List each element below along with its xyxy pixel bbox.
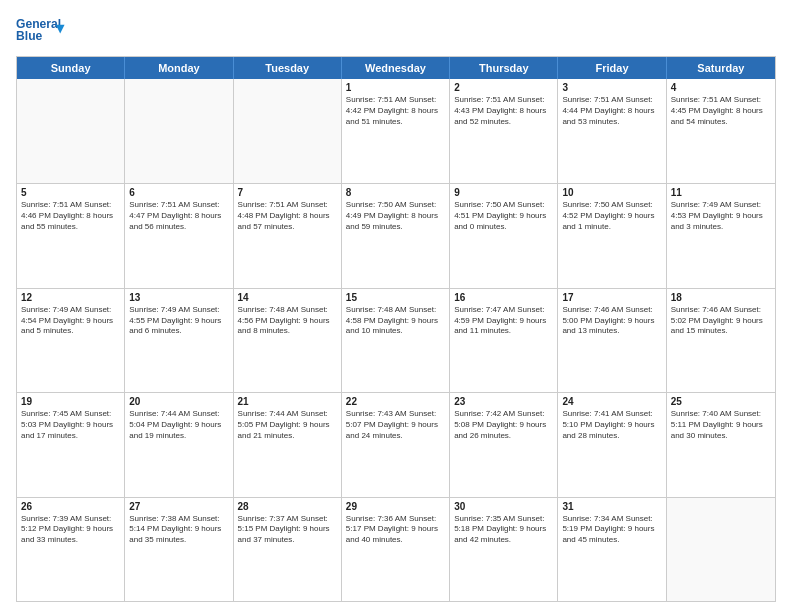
cell-info: Sunrise: 7:48 AM Sunset: 4:58 PM Dayligh… bbox=[346, 305, 445, 337]
calendar: SundayMondayTuesdayWednesdayThursdayFrid… bbox=[16, 56, 776, 602]
calendar-cell: 23Sunrise: 7:42 AM Sunset: 5:08 PM Dayli… bbox=[450, 393, 558, 496]
day-number: 14 bbox=[238, 292, 337, 303]
calendar-row: 12Sunrise: 7:49 AM Sunset: 4:54 PM Dayli… bbox=[17, 288, 775, 392]
calendar-cell: 24Sunrise: 7:41 AM Sunset: 5:10 PM Dayli… bbox=[558, 393, 666, 496]
day-number: 20 bbox=[129, 396, 228, 407]
cell-info: Sunrise: 7:51 AM Sunset: 4:45 PM Dayligh… bbox=[671, 95, 771, 127]
day-number: 17 bbox=[562, 292, 661, 303]
cell-info: Sunrise: 7:49 AM Sunset: 4:54 PM Dayligh… bbox=[21, 305, 120, 337]
cell-info: Sunrise: 7:50 AM Sunset: 4:51 PM Dayligh… bbox=[454, 200, 553, 232]
calendar-cell: 25Sunrise: 7:40 AM Sunset: 5:11 PM Dayli… bbox=[667, 393, 775, 496]
cell-info: Sunrise: 7:50 AM Sunset: 4:49 PM Dayligh… bbox=[346, 200, 445, 232]
day-number: 4 bbox=[671, 82, 771, 93]
cell-info: Sunrise: 7:42 AM Sunset: 5:08 PM Dayligh… bbox=[454, 409, 553, 441]
calendar-cell: 31Sunrise: 7:34 AM Sunset: 5:19 PM Dayli… bbox=[558, 498, 666, 601]
calendar-row: 1Sunrise: 7:51 AM Sunset: 4:42 PM Daylig… bbox=[17, 79, 775, 183]
cell-info: Sunrise: 7:51 AM Sunset: 4:47 PM Dayligh… bbox=[129, 200, 228, 232]
cell-info: Sunrise: 7:45 AM Sunset: 5:03 PM Dayligh… bbox=[21, 409, 120, 441]
cell-info: Sunrise: 7:34 AM Sunset: 5:19 PM Dayligh… bbox=[562, 514, 661, 546]
day-number: 11 bbox=[671, 187, 771, 198]
day-number: 8 bbox=[346, 187, 445, 198]
calendar-cell: 3Sunrise: 7:51 AM Sunset: 4:44 PM Daylig… bbox=[558, 79, 666, 183]
calendar-cell: 30Sunrise: 7:35 AM Sunset: 5:18 PM Dayli… bbox=[450, 498, 558, 601]
day-number: 12 bbox=[21, 292, 120, 303]
day-number: 6 bbox=[129, 187, 228, 198]
day-number: 2 bbox=[454, 82, 553, 93]
calendar-cell: 16Sunrise: 7:47 AM Sunset: 4:59 PM Dayli… bbox=[450, 289, 558, 392]
calendar-cell: 1Sunrise: 7:51 AM Sunset: 4:42 PM Daylig… bbox=[342, 79, 450, 183]
cell-info: Sunrise: 7:49 AM Sunset: 4:55 PM Dayligh… bbox=[129, 305, 228, 337]
calendar-cell: 19Sunrise: 7:45 AM Sunset: 5:03 PM Dayli… bbox=[17, 393, 125, 496]
weekday-header: Wednesday bbox=[342, 57, 450, 79]
calendar-cell: 15Sunrise: 7:48 AM Sunset: 4:58 PM Dayli… bbox=[342, 289, 450, 392]
day-number: 16 bbox=[454, 292, 553, 303]
calendar-cell: 10Sunrise: 7:50 AM Sunset: 4:52 PM Dayli… bbox=[558, 184, 666, 287]
calendar-cell: 28Sunrise: 7:37 AM Sunset: 5:15 PM Dayli… bbox=[234, 498, 342, 601]
day-number: 1 bbox=[346, 82, 445, 93]
calendar-row: 26Sunrise: 7:39 AM Sunset: 5:12 PM Dayli… bbox=[17, 497, 775, 601]
day-number: 18 bbox=[671, 292, 771, 303]
cell-info: Sunrise: 7:48 AM Sunset: 4:56 PM Dayligh… bbox=[238, 305, 337, 337]
day-number: 24 bbox=[562, 396, 661, 407]
calendar-cell: 29Sunrise: 7:36 AM Sunset: 5:17 PM Dayli… bbox=[342, 498, 450, 601]
cell-info: Sunrise: 7:50 AM Sunset: 4:52 PM Dayligh… bbox=[562, 200, 661, 232]
weekday-header: Monday bbox=[125, 57, 233, 79]
cell-info: Sunrise: 7:37 AM Sunset: 5:15 PM Dayligh… bbox=[238, 514, 337, 546]
cell-info: Sunrise: 7:51 AM Sunset: 4:48 PM Dayligh… bbox=[238, 200, 337, 232]
calendar-cell: 2Sunrise: 7:51 AM Sunset: 4:43 PM Daylig… bbox=[450, 79, 558, 183]
day-number: 10 bbox=[562, 187, 661, 198]
cell-info: Sunrise: 7:44 AM Sunset: 5:05 PM Dayligh… bbox=[238, 409, 337, 441]
day-number: 31 bbox=[562, 501, 661, 512]
calendar-cell: 4Sunrise: 7:51 AM Sunset: 4:45 PM Daylig… bbox=[667, 79, 775, 183]
calendar-cell: 21Sunrise: 7:44 AM Sunset: 5:05 PM Dayli… bbox=[234, 393, 342, 496]
day-number: 28 bbox=[238, 501, 337, 512]
calendar-cell: 6Sunrise: 7:51 AM Sunset: 4:47 PM Daylig… bbox=[125, 184, 233, 287]
cell-info: Sunrise: 7:38 AM Sunset: 5:14 PM Dayligh… bbox=[129, 514, 228, 546]
cell-info: Sunrise: 7:44 AM Sunset: 5:04 PM Dayligh… bbox=[129, 409, 228, 441]
cell-info: Sunrise: 7:49 AM Sunset: 4:53 PM Dayligh… bbox=[671, 200, 771, 232]
calendar-cell: 14Sunrise: 7:48 AM Sunset: 4:56 PM Dayli… bbox=[234, 289, 342, 392]
calendar-body: 1Sunrise: 7:51 AM Sunset: 4:42 PM Daylig… bbox=[17, 79, 775, 601]
calendar-cell: 8Sunrise: 7:50 AM Sunset: 4:49 PM Daylig… bbox=[342, 184, 450, 287]
day-number: 7 bbox=[238, 187, 337, 198]
calendar-cell: 12Sunrise: 7:49 AM Sunset: 4:54 PM Dayli… bbox=[17, 289, 125, 392]
calendar-cell: 18Sunrise: 7:46 AM Sunset: 5:02 PM Dayli… bbox=[667, 289, 775, 392]
weekday-header: Saturday bbox=[667, 57, 775, 79]
cell-info: Sunrise: 7:36 AM Sunset: 5:17 PM Dayligh… bbox=[346, 514, 445, 546]
calendar-row: 19Sunrise: 7:45 AM Sunset: 5:03 PM Dayli… bbox=[17, 392, 775, 496]
calendar-cell: 7Sunrise: 7:51 AM Sunset: 4:48 PM Daylig… bbox=[234, 184, 342, 287]
calendar-cell: 5Sunrise: 7:51 AM Sunset: 4:46 PM Daylig… bbox=[17, 184, 125, 287]
cell-info: Sunrise: 7:35 AM Sunset: 5:18 PM Dayligh… bbox=[454, 514, 553, 546]
day-number: 30 bbox=[454, 501, 553, 512]
weekday-header: Sunday bbox=[17, 57, 125, 79]
weekday-header: Thursday bbox=[450, 57, 558, 79]
day-number: 22 bbox=[346, 396, 445, 407]
day-number: 13 bbox=[129, 292, 228, 303]
calendar-cell bbox=[234, 79, 342, 183]
day-number: 29 bbox=[346, 501, 445, 512]
weekday-header: Tuesday bbox=[234, 57, 342, 79]
cell-info: Sunrise: 7:43 AM Sunset: 5:07 PM Dayligh… bbox=[346, 409, 445, 441]
calendar-cell: 11Sunrise: 7:49 AM Sunset: 4:53 PM Dayli… bbox=[667, 184, 775, 287]
cell-info: Sunrise: 7:51 AM Sunset: 4:44 PM Dayligh… bbox=[562, 95, 661, 127]
cell-info: Sunrise: 7:51 AM Sunset: 4:42 PM Dayligh… bbox=[346, 95, 445, 127]
calendar-cell: 26Sunrise: 7:39 AM Sunset: 5:12 PM Dayli… bbox=[17, 498, 125, 601]
day-number: 9 bbox=[454, 187, 553, 198]
cell-info: Sunrise: 7:40 AM Sunset: 5:11 PM Dayligh… bbox=[671, 409, 771, 441]
day-number: 21 bbox=[238, 396, 337, 407]
calendar-cell: 13Sunrise: 7:49 AM Sunset: 4:55 PM Dayli… bbox=[125, 289, 233, 392]
logo-svg: GeneralBlue bbox=[16, 12, 68, 48]
day-number: 19 bbox=[21, 396, 120, 407]
day-number: 25 bbox=[671, 396, 771, 407]
calendar-cell: 27Sunrise: 7:38 AM Sunset: 5:14 PM Dayli… bbox=[125, 498, 233, 601]
cell-info: Sunrise: 7:46 AM Sunset: 5:00 PM Dayligh… bbox=[562, 305, 661, 337]
header: GeneralBlue bbox=[16, 12, 776, 48]
day-number: 15 bbox=[346, 292, 445, 303]
calendar-cell: 9Sunrise: 7:50 AM Sunset: 4:51 PM Daylig… bbox=[450, 184, 558, 287]
day-number: 27 bbox=[129, 501, 228, 512]
page: GeneralBlue SundayMondayTuesdayWednesday… bbox=[0, 0, 792, 612]
calendar-cell bbox=[125, 79, 233, 183]
calendar-cell bbox=[667, 498, 775, 601]
cell-info: Sunrise: 7:47 AM Sunset: 4:59 PM Dayligh… bbox=[454, 305, 553, 337]
calendar-header: SundayMondayTuesdayWednesdayThursdayFrid… bbox=[17, 57, 775, 79]
